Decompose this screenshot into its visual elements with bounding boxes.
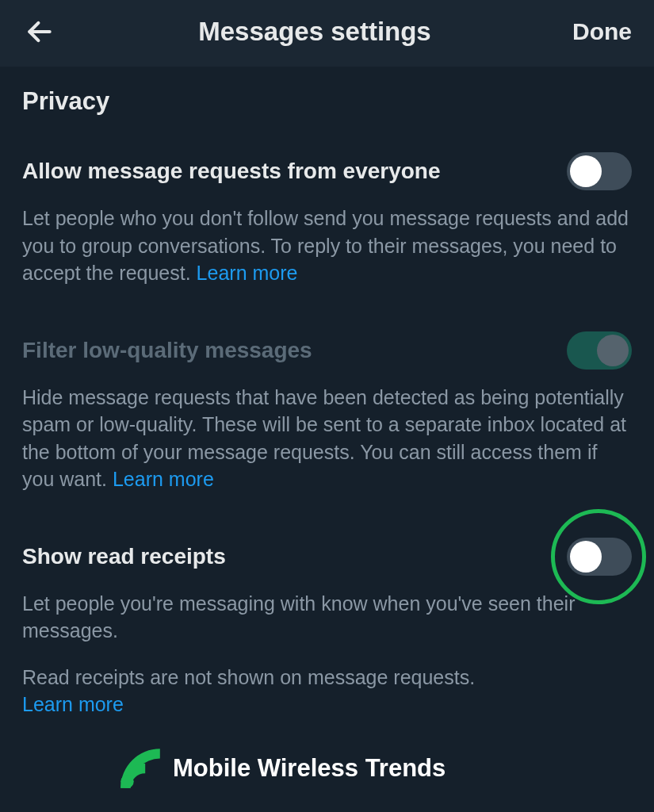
desc-text: Let people who you don't follow send you…: [22, 207, 629, 284]
setting-header: Filter low-quality messages: [22, 331, 632, 370]
setting-header: Show read receipts: [22, 538, 632, 576]
toggle-knob: [570, 155, 602, 187]
learn-more-filter[interactable]: Learn more: [113, 468, 214, 490]
setting-title-allow: Allow message requests from everyone: [22, 159, 441, 184]
note-text: Read receipts are not shown on message r…: [22, 666, 475, 688]
back-button[interactable]: [22, 14, 57, 49]
watermark-text: Mobile Wireless Trends: [173, 754, 446, 783]
arrow-left-icon: [25, 17, 55, 47]
setting-desc-filter: Hide message requests that have been det…: [22, 384, 632, 493]
setting-header: Allow message requests from everyone: [22, 152, 632, 190]
setting-desc-allow: Let people who you don't follow send you…: [22, 205, 632, 287]
learn-more-receipts[interactable]: Learn more: [22, 693, 124, 715]
content: Privacy Allow message requests from ever…: [0, 67, 654, 718]
setting-title-receipts: Show read receipts: [22, 544, 226, 569]
setting-allow-requests: Allow message requests from everyone Let…: [22, 152, 632, 287]
watermark: Mobile Wireless Trends: [116, 744, 446, 793]
toggle-allow-requests[interactable]: [567, 152, 632, 190]
wifi-icon: [116, 744, 165, 793]
learn-more-allow[interactable]: Learn more: [197, 262, 298, 284]
toggle-filter-messages[interactable]: [567, 331, 632, 370]
setting-filter-messages: Filter low-quality messages Hide message…: [22, 331, 632, 493]
done-button[interactable]: Done: [572, 18, 632, 45]
toggle-knob: [570, 541, 602, 573]
page-title: Messages settings: [198, 17, 430, 47]
section-title: Privacy: [22, 87, 632, 116]
toggle-knob: [597, 335, 629, 366]
setting-read-receipts: Show read receipts Let people you're mes…: [22, 538, 632, 718]
header: Messages settings Done: [0, 0, 654, 67]
toggle-read-receipts[interactable]: [567, 538, 632, 576]
svg-point-1: [120, 775, 134, 788]
setting-desc-receipts: Let people you're messaging with know wh…: [22, 590, 632, 645]
setting-title-filter: Filter low-quality messages: [22, 338, 312, 363]
setting-note-receipts: Read receipts are not shown on message r…: [22, 664, 632, 718]
